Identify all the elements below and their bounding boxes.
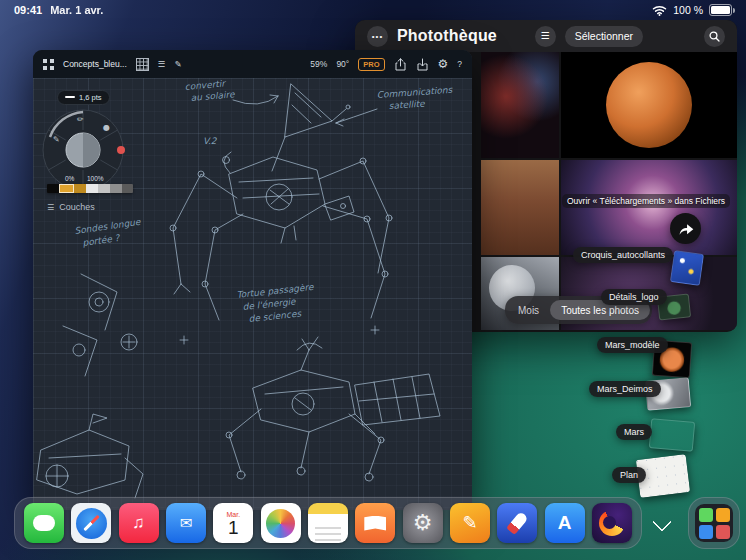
grid-settings-icon[interactable] xyxy=(136,58,149,71)
search-button[interactable] xyxy=(704,26,725,47)
calendar-day-label: 1 xyxy=(228,518,239,537)
photo-thumbnail-desert[interactable] xyxy=(481,160,559,255)
tool-wheel-dial: ✎ ✏ ● 0% 100% xyxy=(41,108,125,192)
photos-title: Photothèque xyxy=(397,27,497,45)
ipad-screen: 09:41 Mar. 1 avr. 100 % ••• Photothèque … xyxy=(0,0,746,560)
concepts-window: Concepts_bleu... ☰ ✎ 59% 90° PRO ⚙ ? xyxy=(33,50,472,510)
select-button[interactable]: Sélectionner xyxy=(565,26,643,47)
brush-tool-icon[interactable]: ✎ xyxy=(174,60,181,69)
layers-list-icon: ☰ xyxy=(47,203,54,212)
rocket-game-app-icon[interactable] xyxy=(497,503,537,543)
more-button[interactable]: ••• xyxy=(367,26,388,47)
croquis-thumbnail xyxy=(670,250,704,286)
pro-badge[interactable]: PRO xyxy=(358,58,384,71)
photo-thumbnail-nebula[interactable] xyxy=(481,52,559,158)
stroke-size-pill[interactable]: 1,6 pts xyxy=(57,90,110,105)
safari-app-icon[interactable] xyxy=(71,503,111,543)
swatch-black[interactable] xyxy=(47,184,59,193)
clock: 09:41 xyxy=(14,4,42,16)
zoom-level[interactable]: 59% xyxy=(310,59,327,69)
layers-panel-toggle[interactable]: ☰ Couches xyxy=(47,202,95,212)
annotation-comms-line1: Communications xyxy=(376,85,453,100)
swatch-light-gray[interactable] xyxy=(98,184,110,193)
app-store-app-icon[interactable] xyxy=(545,503,585,543)
notes-app-icon[interactable] xyxy=(308,503,348,543)
share-forward-button[interactable] xyxy=(670,213,701,244)
music-app-icon[interactable] xyxy=(119,503,159,543)
document-title: Concepts_bleu... xyxy=(63,59,127,69)
dock: Mar. 1 xyxy=(14,497,642,549)
import-icon[interactable] xyxy=(416,58,429,71)
settings-gear-icon[interactable]: ⚙ xyxy=(438,58,449,70)
export-icon[interactable] xyxy=(394,58,407,71)
mars-thumbnail xyxy=(649,418,695,452)
rotation-angle[interactable]: 90° xyxy=(336,59,349,69)
color-swatch-bar xyxy=(47,184,133,193)
mail-app-icon[interactable] xyxy=(166,503,206,543)
swatch-dark-gray[interactable] xyxy=(122,184,133,193)
swatch-ochre[interactable] xyxy=(74,184,86,193)
drawing-app-icon[interactable] xyxy=(450,503,490,543)
books-app-icon[interactable] xyxy=(355,503,395,543)
drawing-canvas[interactable]: convertir au solaire Communications sate… xyxy=(33,78,472,510)
eraser-marker[interactable] xyxy=(117,146,125,154)
annotation-energy-line1: Tortue passagère xyxy=(236,282,315,300)
settings-app-icon[interactable] xyxy=(403,503,443,543)
messages-app-icon[interactable] xyxy=(24,503,64,543)
firefox-app-icon[interactable] xyxy=(592,503,632,543)
app-library-dock[interactable] xyxy=(688,497,740,549)
fill-segment-icon[interactable]: ● xyxy=(103,123,110,132)
swatch-white[interactable] xyxy=(86,184,98,193)
battery-percent: 100 % xyxy=(673,4,703,16)
pencil-segment-icon[interactable]: ✏ xyxy=(77,115,84,124)
battery-icon xyxy=(709,4,732,16)
drop-hint: Ouvrir « Téléchargements » dans Fichiers xyxy=(562,194,730,208)
photos-app-icon[interactable] xyxy=(261,503,301,543)
search-icon xyxy=(709,31,720,42)
calendar-app-icon[interactable]: Mar. 1 xyxy=(213,503,253,543)
annotation-probes-line2: portée ? xyxy=(82,233,121,248)
wifi-icon xyxy=(652,5,667,16)
forward-arrow-icon xyxy=(677,221,694,236)
opacity-max-label: 100% xyxy=(87,175,104,182)
view-options-button[interactable]: ☰ xyxy=(535,26,556,47)
tool-wheel[interactable]: 1,6 pts ✎ ✏ ● xyxy=(41,84,133,192)
pen-segment-icon[interactable]: ✎ xyxy=(53,135,60,144)
swatch-gray[interactable] xyxy=(110,184,122,193)
swatch-gold-selected[interactable] xyxy=(59,184,74,193)
opacity-min-label: 0% xyxy=(65,175,75,182)
photos-header: ••• Photothèque ☰ Sélectionner xyxy=(355,20,737,52)
photo-thumbnail-mars[interactable] xyxy=(561,52,737,158)
annotation-solar-line2: au solaire xyxy=(190,89,236,103)
annotation-comms-line2: satellite xyxy=(388,98,426,111)
layers-panel-icon[interactable]: ☰ xyxy=(158,60,166,69)
stroke-preview xyxy=(65,96,75,98)
annotation-probes-line1: Sondes longue xyxy=(74,217,143,236)
annotation-energy-line3: de sciences xyxy=(248,308,303,324)
app-library-icon xyxy=(695,504,733,542)
app-menu-icon[interactable] xyxy=(43,59,54,70)
concepts-toolbar: Concepts_bleu... ☰ ✎ 59% 90° PRO ⚙ ? xyxy=(33,50,472,78)
tab-months[interactable]: Mois xyxy=(507,300,550,320)
annotation-version: V.2 xyxy=(203,136,218,146)
list-icon: ☰ xyxy=(541,31,550,41)
mars-planet-image xyxy=(606,62,692,148)
help-button[interactable]: ? xyxy=(457,59,462,69)
status-bar: 09:41 Mar. 1 avr. 100 % xyxy=(0,0,746,20)
status-date: Mar. 1 avr. xyxy=(50,4,103,16)
